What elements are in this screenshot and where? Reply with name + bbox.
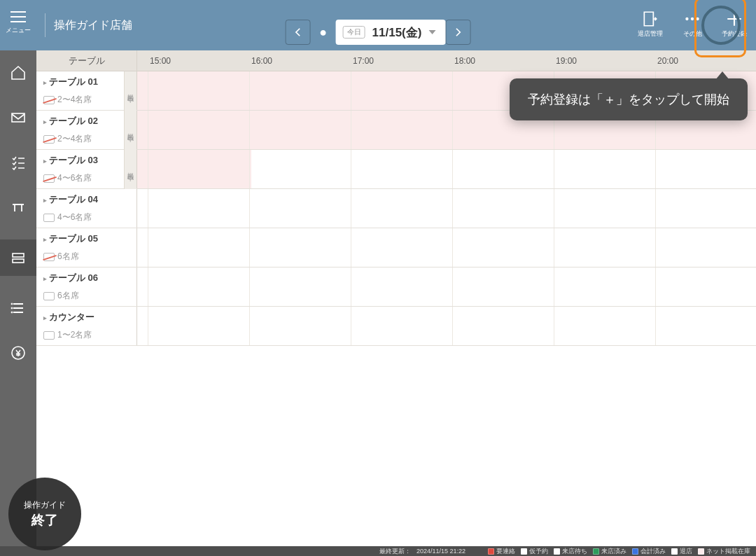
hour-label: 17:00 (353, 50, 374, 71)
guide-exit-line2: 終了 (31, 511, 58, 529)
hour-label: 18:00 (454, 50, 475, 71)
hour-gridline (452, 189, 453, 228)
legend-swatch (698, 548, 704, 555)
row-slots[interactable] (137, 307, 756, 345)
hour-gridline (351, 267, 351, 306)
hour-gridline (351, 71, 351, 110)
table-row[interactable]: テーブル 044〜6名席 (36, 189, 756, 228)
no-smoking-icon (43, 253, 55, 261)
updated-value: 2024/11/15 21:22 (416, 548, 465, 555)
publish-badge: 掲載中 (124, 71, 136, 111)
hour-gridline (452, 150, 453, 188)
hour-gridline (351, 228, 351, 267)
table-row[interactable]: カウンター1〜2名席 (36, 307, 756, 346)
legend-swatch (554, 548, 560, 555)
hour-gridline (452, 267, 453, 306)
table-name: テーブル 03 (43, 154, 134, 167)
svg-point-7 (11, 307, 13, 309)
table-name: テーブル 04 (43, 193, 134, 206)
legend-label: 会計済み (640, 547, 666, 556)
publish-badge: 掲載中 (124, 150, 136, 189)
row-slots[interactable] (137, 267, 756, 306)
column-header-tables: テーブル (36, 50, 137, 71)
svg-point-8 (11, 312, 13, 313)
hour-gridline (351, 307, 351, 345)
row-info[interactable]: テーブル 056名席 (36, 228, 137, 267)
hour-gridline (148, 189, 148, 228)
hour-gridline (148, 267, 148, 306)
row-slots[interactable] (137, 150, 756, 188)
hour-gridline (249, 71, 250, 110)
date-navigator: ● 今日 11/15(金) (286, 20, 471, 45)
nav-table[interactable] (0, 195, 36, 220)
table-row[interactable]: テーブル 056名席 (36, 228, 756, 267)
table-capacity: 2〜4名席 (43, 94, 134, 106)
table-icon (10, 199, 27, 216)
table-row[interactable]: テーブル 034〜6名席掲載中 (36, 150, 756, 189)
prev-day-button[interactable] (286, 20, 311, 45)
header-actions: 退店管理 その他 予約登録 (634, 10, 750, 39)
hour-gridline (655, 307, 656, 345)
seat-icon (10, 249, 27, 266)
legend-label: 来店待ち (562, 547, 587, 556)
svg-rect-3 (12, 113, 24, 122)
row-slots[interactable] (137, 189, 756, 228)
row-info[interactable]: テーブル 022〜4名席掲載中 (36, 111, 137, 149)
row-info[interactable]: テーブル 044〜6名席 (36, 189, 137, 228)
no-smoking-icon (43, 96, 55, 104)
row-info[interactable]: テーブル 012〜4名席掲載中 (36, 71, 137, 110)
hour-gridline (249, 267, 250, 306)
divider (45, 13, 46, 37)
nav-mail[interactable] (0, 105, 36, 130)
table-capacity: 4〜6名席 (43, 172, 134, 184)
mail-icon (10, 109, 27, 126)
row-info[interactable]: テーブル 034〜6名席掲載中 (36, 150, 137, 188)
legend-item: 来店待ち (554, 547, 587, 556)
nav-money[interactable] (0, 340, 36, 366)
svg-point-0 (685, 18, 688, 20)
hour-gridline (554, 267, 554, 306)
nav-checklist[interactable] (0, 150, 36, 175)
add-reservation-button[interactable]: 予約登録 (718, 10, 750, 39)
plus-icon (725, 10, 743, 28)
next-day-button[interactable] (445, 20, 470, 45)
guide-exit-button[interactable]: 操作ガイド 終了 (8, 478, 81, 550)
hour-gridline (655, 150, 656, 188)
legend-item: 来店済み (593, 547, 626, 556)
app-header: メニュー 操作ガイド店舗 ● 今日 11/15(金) 退店管理 その他 予約登録 (0, 0, 756, 50)
timetable-body[interactable]: テーブル 012〜4名席掲載中テーブル 022〜4名席掲載中テーブル 034〜6… (36, 71, 756, 546)
svg-point-1 (691, 18, 694, 20)
legend-item: 会計済み (632, 547, 666, 556)
date-text: 11/15(金) (372, 25, 422, 41)
svg-rect-5 (13, 259, 24, 263)
onboarding-tooltip: 予約登録は「＋」をタップして開始 (510, 78, 748, 120)
menu-button[interactable]: メニュー (0, 0, 36, 50)
hour-gridline (554, 189, 554, 228)
nav-seat[interactable] (0, 239, 36, 276)
nav-list[interactable] (0, 296, 36, 321)
nav-home[interactable] (0, 60, 36, 85)
hour-gridline (249, 111, 250, 149)
timetable: テーブル 15:0016:0017:0018:0019:0020:00 テーブル… (36, 50, 756, 546)
date-dropdown[interactable]: 今日 11/15(金) (336, 20, 446, 45)
hour-gridline (452, 71, 453, 110)
exit-manage-button[interactable]: 退店管理 (634, 10, 666, 39)
legend-label: 退店 (680, 547, 692, 556)
hour-label: 16:00 (251, 50, 272, 71)
hour-gridline (452, 307, 453, 345)
table-name: カウンター (43, 311, 134, 324)
no-smoking-icon (43, 135, 55, 144)
hour-gridline (249, 150, 250, 188)
chevron-down-icon (428, 30, 435, 34)
seat-type-icon (43, 331, 55, 340)
svg-rect-4 (13, 253, 24, 257)
row-slots[interactable] (137, 228, 756, 267)
legend-label: 要連絡 (496, 547, 515, 556)
more-button[interactable]: その他 (676, 10, 708, 39)
row-info[interactable]: カウンター1〜2名席 (36, 307, 137, 345)
hour-gridline (554, 228, 554, 267)
hour-gridline (148, 307, 148, 345)
inventory-zone (137, 150, 251, 188)
table-row[interactable]: テーブル 066名席 (36, 267, 756, 307)
row-info[interactable]: テーブル 066名席 (36, 267, 137, 306)
